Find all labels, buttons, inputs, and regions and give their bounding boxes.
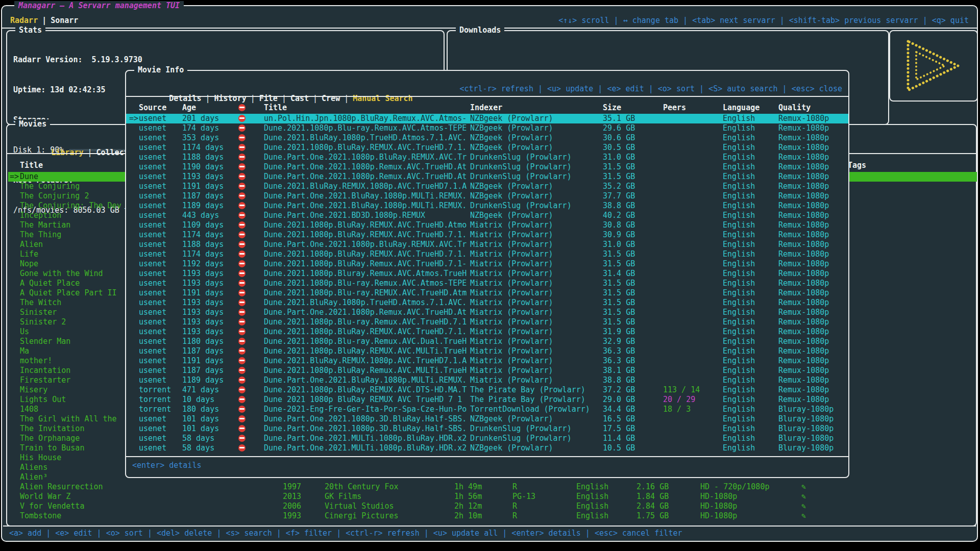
movie-table-row[interactable]: 1993Cinergi Pictures2h 10mREnglish1.75 G… [7, 511, 976, 521]
search-result-row[interactable]: usenet443 daysDune.Part.One.2021.BD3D.10… [126, 211, 848, 220]
search-result-row[interactable]: usenet1187 daysDune.Part.One.2021.BluRay… [126, 191, 848, 201]
search-result-row[interactable]: usenet101 daysDune.Part.One.2021.1080p.3… [126, 414, 848, 424]
search-result-row[interactable]: =>usenet201 daysun.Pol.Hin.Jpn.1080p.Blu… [126, 114, 848, 123]
search-result-row[interactable]: usenet1174 daysDune.2021.1080p.BluRay.RE… [126, 249, 848, 259]
search-result-row[interactable]: usenet1191 daysDune.2021.BluRay.REMUX.10… [126, 182, 848, 191]
movie-list-item[interactable]: mother! [8, 356, 127, 366]
movie-list-item[interactable]: A Quiet Place Part II [8, 288, 127, 298]
movie-list-item[interactable]: Alien³ [8, 472, 127, 482]
search-result-row[interactable]: usenet1187 daysDune.2021.1080p.BluRay.RE… [126, 346, 848, 356]
search-result-row[interactable]: usenet1187 daysDune.2021.1080p.BluRay.Re… [126, 366, 848, 375]
search-result-row[interactable]: usenet1193 daysDune.2021.1080p.Bluray.Re… [126, 269, 848, 279]
movie-list-item[interactable]: The Conjuring [8, 182, 127, 191]
tab-file[interactable]: File [259, 94, 278, 103]
movie-list-item[interactable]: The Conjuring: The Dev [8, 201, 127, 211]
search-result-row[interactable]: usenet1191 daysDune.2021.BluRay.REMUX.10… [126, 356, 848, 366]
tab-radarr[interactable]: Radarr [10, 16, 38, 25]
movie-table-row[interactable]: 2013GK Films1h 56mPG-13English1.84 GBHD-… [7, 492, 976, 502]
title-cell: Dune.2021.1080p.BluRay.REMUX.AVC.TrueHD.… [264, 249, 469, 259]
search-result-row[interactable]: usenet1109 daysDune.2021.1080p.BluRay.RE… [126, 220, 848, 230]
tab-manual-search[interactable]: Manual Search [353, 94, 412, 103]
search-result-row[interactable]: usenet1193 daysDune.2021.1080p.BluRay.RE… [126, 327, 848, 337]
language-cell: English [723, 279, 755, 288]
movie-list-item[interactable]: =>Dune [8, 172, 127, 182]
search-result-row[interactable]: usenet58 daysDune.Part.One.2021.MULTi.10… [126, 443, 848, 453]
search-result-row[interactable]: usenet58 daysDune.Part.One.2021.MULTi.10… [126, 434, 848, 443]
movie-list-item[interactable]: Life [8, 249, 127, 259]
tab-details[interactable]: Details [169, 94, 201, 103]
tab-cast[interactable]: Cast [290, 94, 309, 103]
search-result-row[interactable]: usenet1193 daysDune.2021.1080p.Blu-ray.R… [126, 317, 848, 327]
movie-list-item[interactable]: A Quiet Place [8, 279, 127, 288]
tab-crew[interactable]: Crew [322, 94, 340, 103]
search-result-row[interactable]: torrent10 daysDune 2021 1080p BluRay REM… [126, 395, 848, 405]
movie-list-item[interactable]: The Witch [8, 298, 127, 308]
movie-list-item[interactable]: Slender Man [8, 337, 127, 346]
search-result-row[interactable]: usenet1193 daysDune.2021.1080p.Blu-ray.R… [126, 279, 848, 288]
reject-icon [238, 231, 246, 238]
movie-list-item[interactable]: The Girl with All the [8, 414, 127, 424]
movie-list-item[interactable]: His House [8, 453, 127, 463]
movie-list-item[interactable]: Misery [8, 385, 127, 395]
modal-footer-divider [126, 456, 848, 457]
search-result-row[interactable]: usenet1174 daysDune.2021.1080p.BluRay.RE… [126, 230, 848, 240]
title-cell: Dune.2021.1080p.BluRay.REMUX.AVC.DTS-HD.… [264, 385, 469, 395]
movie-list-item[interactable]: Us [8, 327, 127, 337]
movie-list-item[interactable]: Sinister 2 [8, 317, 127, 327]
movie-list-item[interactable]: The Martian [8, 220, 127, 230]
movie-list-item[interactable]: Ma [8, 346, 127, 356]
search-result-row[interactable]: usenet1174 daysDune.2021.1080p.BluRay.RE… [126, 143, 848, 153]
search-result-row[interactable]: usenet1190 daysDune.Part.One.2021.1080p.… [126, 162, 848, 172]
movie-list-item[interactable]: Firestarter [8, 375, 127, 385]
movie-list-item[interactable]: The Conjuring 2 [8, 191, 127, 201]
search-result-row[interactable]: usenet1189 daysDune.Part.One.2021.BluRay… [126, 375, 848, 385]
movie-list-item[interactable]: Inception [8, 211, 127, 220]
movie-title: The Thing [20, 230, 61, 240]
stats-panel-title: Stats [15, 26, 45, 35]
search-result-row[interactable]: usenet1191 daysDune.2021.1080p.Blu-ray.R… [126, 288, 848, 298]
reject-icon [238, 260, 246, 267]
search-result-row[interactable]: usenet174 daysDune.2021.1080p.Blu-ray.Re… [126, 123, 848, 133]
movie-list-item[interactable]: Nope [8, 259, 127, 269]
indexer-cell: NZBgeek (Prowlarr) [470, 211, 553, 220]
search-result-row[interactable]: usenet1192 daysDune.2021.1080p.BluRay.Re… [126, 259, 848, 269]
movie-list-item[interactable]: The Orphanage [8, 434, 127, 443]
language-cell: English [723, 269, 755, 279]
movie-list-item[interactable]: Train to Busan [8, 443, 127, 453]
movie-table-row[interactable]: 199720th Century Fox1h 49mREnglish2.16 G… [7, 482, 976, 492]
movie-list-item[interactable]: 1408 [8, 405, 127, 414]
movie-list-item[interactable]: Aliens [8, 463, 127, 472]
search-result-row[interactable]: usenet1188 daysDune.Part.One.2021.1080p.… [126, 153, 848, 162]
title-cell: Dune.2021.1080p.Blu-ray.Remux.AVC.Atmos-… [264, 123, 469, 133]
movie-list-item[interactable]: Lights Out [8, 395, 127, 405]
tab-sonarr[interactable]: Sonarr [51, 16, 78, 25]
reject-icon [238, 347, 246, 355]
search-result-row[interactable]: usenet101 daysDune.Part.One.2021.1080p.3… [126, 424, 848, 434]
search-result-row[interactable]: usenet1193 daysDune.2021.BluRay.1080p.Tr… [126, 298, 848, 308]
search-result-row[interactable]: usenet1189 daysDune.Part.One.2021.BluRay… [126, 201, 848, 211]
movie-list-item[interactable]: The Invitation [8, 424, 127, 434]
modal-footer-keybind: <enter> details [132, 461, 201, 470]
quality-cell: Remux-1080p [778, 337, 829, 346]
movie-list-item[interactable]: Incantation [8, 366, 127, 375]
search-result-row[interactable]: usenet1193 daysDune.Part.One.2021.1080p.… [126, 308, 848, 317]
reject-icon [238, 104, 246, 111]
tab-library[interactable]: Library [51, 148, 83, 157]
search-result-row[interactable]: torrent180 daysDune-2021-Eng-Fre-Ger-Ita… [126, 405, 848, 414]
movie-table-row[interactable]: 2006Virtual Studios2h 12mREnglish2.84 GB… [7, 502, 976, 511]
movie-list-item[interactable]: Alien [8, 240, 127, 249]
search-result-row[interactable]: usenet1188 daysDune.Part.One.2021.1080p.… [126, 240, 848, 249]
runtime-cell: 1h 49m [454, 482, 482, 492]
movie-list-item[interactable]: The Thing [8, 230, 127, 240]
search-result-row[interactable]: usenet353 daysDune.2021.BluRay.1080p.Tru… [126, 133, 848, 143]
search-result-row[interactable]: usenet1193 daysDune.Part.One.2021.1080p.… [126, 172, 848, 182]
quality-cell: Remux-1080p [778, 162, 829, 172]
movie-list-item[interactable]: Sinister [8, 308, 127, 317]
search-result-row[interactable]: usenet1180 daysDune.2021.1080p.Blu-ray.R… [126, 337, 848, 346]
reject-icon [238, 134, 246, 141]
tab-history[interactable]: History [214, 94, 247, 103]
search-result-row[interactable]: torrent471 daysDune.2021.1080p.BluRay.RE… [126, 385, 848, 395]
quality-cell: Remux-1080p [778, 249, 829, 259]
movie-title: Us [20, 327, 29, 337]
movie-list-item[interactable]: Gone with the Wind [8, 269, 127, 279]
